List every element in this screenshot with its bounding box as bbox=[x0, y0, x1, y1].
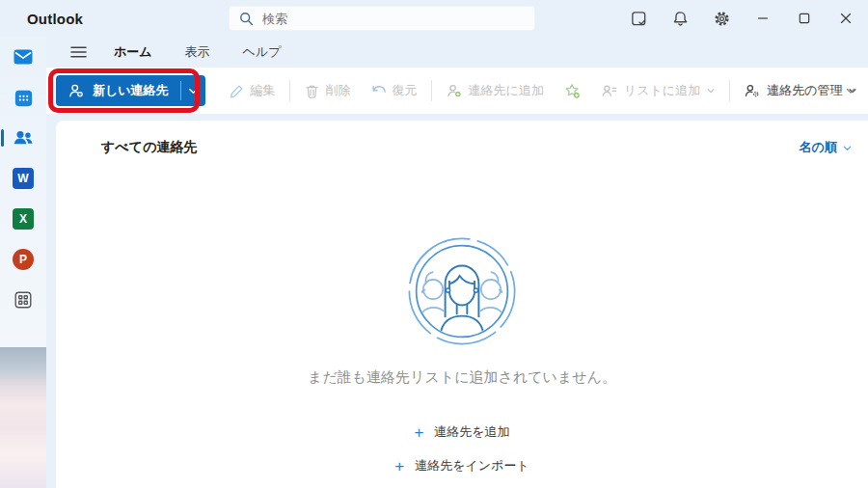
pencil-icon bbox=[229, 83, 245, 99]
plus-icon: + bbox=[414, 424, 423, 441]
add-contact-label: 連絡先を追加 bbox=[434, 423, 509, 441]
notifications-icon[interactable] bbox=[669, 7, 691, 30]
list-title: すべての連絡先 bbox=[101, 139, 197, 156]
chevron-down-icon bbox=[842, 143, 853, 153]
plus-icon: + bbox=[394, 458, 404, 474]
import-contacts-label: 連絡先をインポート bbox=[415, 457, 529, 474]
new-contact-button[interactable]: 新しい連絡先 bbox=[56, 75, 205, 106]
add-favorite-button[interactable] bbox=[554, 75, 591, 106]
chevron-down-icon bbox=[706, 86, 716, 95]
person-add-green-icon bbox=[446, 82, 463, 99]
contacts-panel: すべての連絡先 名の順 bbox=[56, 121, 868, 488]
sort-label: 名の順 bbox=[800, 139, 837, 156]
import-contacts-link[interactable]: + 連絡先をインポート bbox=[394, 457, 529, 474]
tab-home[interactable]: ホーム bbox=[102, 40, 164, 65]
toolbar-divider bbox=[431, 80, 432, 101]
toolbar-divider bbox=[289, 80, 290, 101]
sidebar-item-word[interactable]: W bbox=[0, 158, 46, 199]
new-contact-dropdown[interactable] bbox=[181, 75, 205, 106]
contacts-header: すべての連絡先 名の順 bbox=[56, 121, 868, 164]
new-contact-label: 新しい連絡先 bbox=[93, 82, 169, 99]
tab-help[interactable]: ヘルプ bbox=[231, 40, 293, 65]
sidebar-item-mail[interactable] bbox=[0, 37, 46, 77]
toolbar-divider bbox=[729, 80, 730, 101]
calendar-icon bbox=[13, 87, 35, 109]
add-to-list-label: リストに追加 bbox=[624, 82, 700, 99]
delete-button[interactable]: 削除 bbox=[294, 75, 361, 106]
maximize-icon[interactable] bbox=[794, 7, 815, 30]
mail-icon bbox=[12, 45, 35, 68]
settings-icon[interactable] bbox=[711, 7, 732, 30]
app-rail: W X P bbox=[0, 37, 46, 488]
search-input[interactable] bbox=[262, 12, 525, 26]
search-icon bbox=[239, 12, 254, 26]
titlebar: Outlook bbox=[0, 0, 868, 37]
empty-message: まだ誰も連絡先リストに追加されていません。 bbox=[308, 368, 616, 387]
person-list-icon bbox=[601, 82, 618, 99]
minimize-icon[interactable] bbox=[752, 7, 773, 30]
restore-label: 復元 bbox=[393, 82, 418, 99]
excel-icon: X bbox=[13, 208, 34, 230]
search-box[interactable] bbox=[229, 6, 535, 31]
ribbon-collapse-chevron-icon[interactable] bbox=[841, 81, 860, 100]
add-to-contacts-label: 連絡先に追加 bbox=[469, 82, 544, 99]
ribbon-toolbar: 新しい連絡先 編集 削除 復元 bbox=[46, 68, 868, 114]
sidebar-item-excel[interactable]: X bbox=[0, 199, 46, 239]
manage-contacts-label: 連絡先の管理 bbox=[767, 82, 842, 99]
sidebar-item-people[interactable] bbox=[0, 118, 46, 158]
star-add-icon bbox=[563, 82, 582, 100]
hamburger-icon[interactable] bbox=[64, 40, 93, 65]
app-title: Outlook bbox=[27, 11, 83, 27]
trash-icon bbox=[304, 83, 320, 99]
sidebar-item-calendar[interactable] bbox=[0, 77, 46, 118]
edit-label: 編集 bbox=[251, 82, 276, 99]
content-row: すべての連絡先 名の順 bbox=[46, 121, 868, 488]
people-icon bbox=[12, 126, 35, 149]
empty-state: まだ誰も連絡先リストに追加されていません。 + 連絡先を追加 + 連絡先をインポ… bbox=[56, 164, 868, 488]
my-day-icon[interactable] bbox=[628, 7, 649, 30]
menubar: ホーム 表示 ヘルプ bbox=[46, 37, 868, 68]
close-icon[interactable] bbox=[835, 7, 856, 30]
sort-control[interactable]: 名の順 bbox=[800, 139, 853, 156]
word-icon: W bbox=[13, 168, 34, 189]
person-add-icon bbox=[68, 82, 85, 99]
toolbar-gap bbox=[46, 114, 868, 121]
rail-wallpaper bbox=[0, 347, 46, 488]
new-contact-main[interactable]: 新しい連絡先 bbox=[56, 75, 180, 106]
add-to-contacts-button[interactable]: 連絡先に追加 bbox=[436, 75, 554, 106]
titlebar-icons bbox=[628, 0, 856, 37]
contacts-empty-illustration bbox=[406, 235, 518, 347]
add-to-list-button[interactable]: リストに追加 bbox=[591, 75, 725, 106]
add-contact-link[interactable]: + 連絡先を追加 bbox=[414, 423, 509, 441]
sidebar-item-powerpoint[interactable]: P bbox=[0, 239, 46, 280]
restore-button[interactable]: 復元 bbox=[361, 75, 427, 106]
selection-indicator bbox=[1, 129, 4, 147]
sidebar-item-apps[interactable] bbox=[0, 280, 46, 320]
delete-label: 削除 bbox=[326, 82, 351, 99]
powerpoint-icon: P bbox=[13, 249, 34, 270]
person-gear-icon bbox=[744, 82, 761, 99]
undo-icon bbox=[370, 83, 387, 99]
tab-view[interactable]: 表示 bbox=[174, 40, 222, 65]
apps-grid-icon bbox=[13, 289, 34, 311]
main-area: ホーム 表示 ヘルプ 新しい連絡先 編集 bbox=[46, 37, 868, 488]
edit-button[interactable]: 編集 bbox=[219, 75, 285, 106]
